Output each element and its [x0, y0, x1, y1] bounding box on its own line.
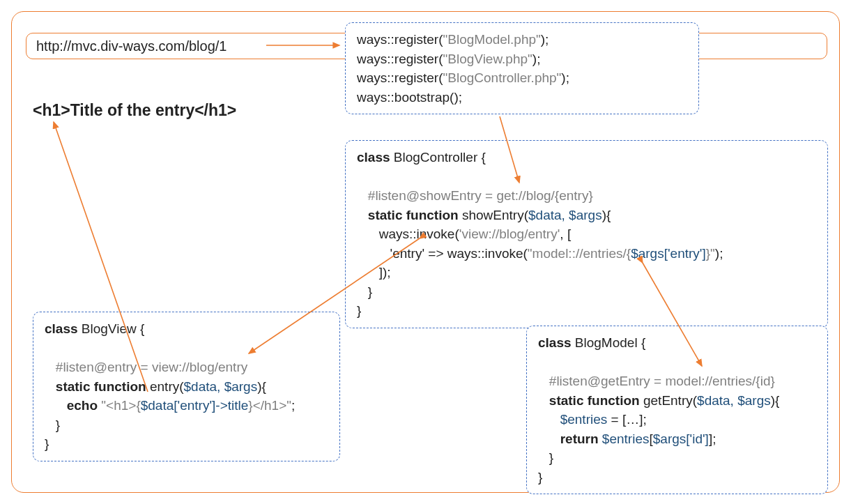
- code-var: $data['entry']->title: [141, 398, 249, 413]
- code-var: $data, $args: [697, 393, 771, 408]
- code-string: "BlogView.php": [443, 52, 532, 66]
- code-string: "BlogModel.php": [443, 32, 541, 47]
- code-text: }: [538, 450, 553, 465]
- code-text: );: [541, 32, 549, 47]
- code-text: showEntry(: [459, 208, 528, 222]
- code-text: ];: [709, 432, 716, 446]
- code-var: $args['entry']: [631, 246, 706, 261]
- code-text: ){: [257, 379, 266, 394]
- rendered-heading: <h1>Title of the entry</h1>: [33, 101, 236, 120]
- code-text: }: [357, 284, 372, 299]
- code-var: $args['id']: [653, 432, 709, 446]
- code-var: $entries: [538, 412, 607, 427]
- view-code: class BlogView { #listen@entry = view://…: [45, 319, 328, 454]
- diagram-frame: http://mvc.div-ways.com/blog/1 <h1>Title…: [11, 11, 840, 493]
- code-text: , [: [560, 227, 571, 241]
- code-keyword: class: [45, 321, 78, 336]
- view-box: class BlogView { #listen@entry = view://…: [33, 312, 340, 461]
- code-keyword: static function: [357, 208, 459, 222]
- code-string: }</h1>": [248, 398, 291, 413]
- code-string: }": [706, 246, 715, 261]
- code-var: $data, $args: [184, 379, 258, 394]
- code-keyword: return: [538, 432, 602, 446]
- code-text: );: [715, 246, 723, 261]
- code-text: getEntry(: [640, 393, 697, 408]
- code-text: 'entry' => ways::invoke(: [357, 246, 528, 261]
- code-text: ;: [291, 398, 295, 413]
- code-text: }: [357, 303, 361, 318]
- controller-code: class BlogController { #listen@showEntry…: [357, 148, 816, 321]
- code-text: BlogController {: [390, 150, 486, 165]
- code-text: }: [45, 418, 60, 432]
- code-text: ){: [771, 393, 780, 408]
- code-text: ways::bootstrap();: [357, 90, 462, 105]
- code-comment: #listen@entry = view://blog/entry: [45, 360, 247, 374]
- model-box: class BlogModel { #listen@getEntry = mod…: [526, 326, 828, 494]
- url-text: http://mvc.div-ways.com/blog/1: [36, 38, 227, 54]
- code-text: );: [532, 52, 541, 66]
- code-string: "BlogController.php": [443, 70, 562, 85]
- code-var: $entries: [602, 432, 650, 446]
- code-text: entry(: [146, 379, 184, 394]
- code-text: }: [45, 436, 49, 451]
- code-string: 'view://blog/entry': [459, 227, 560, 241]
- code-keyword: class: [538, 335, 572, 350]
- register-code: ways::register("BlogModel.php"); ways::r…: [357, 30, 687, 107]
- code-keyword: echo: [45, 398, 101, 413]
- code-text: ]);: [357, 265, 391, 280]
- code-string: "<h1>{: [101, 398, 140, 413]
- code-text: BlogView {: [78, 321, 145, 336]
- code-var: $data, $args: [528, 208, 602, 222]
- code-text: );: [561, 70, 569, 85]
- code-text: BlogModel {: [572, 335, 646, 350]
- code-string: "model:://entries/{: [528, 246, 631, 261]
- code-comment: #listen@getEntry = model://entries/{id}: [538, 374, 775, 388]
- code-keyword: class: [357, 150, 390, 165]
- code-text: ways::invoke(: [357, 227, 459, 241]
- code-keyword: static function: [538, 393, 640, 408]
- code-text: = […];: [607, 412, 647, 427]
- code-text: ){: [602, 208, 611, 222]
- code-text: ways::register(: [357, 70, 443, 85]
- code-text: ways::register(: [357, 32, 443, 47]
- model-code: class BlogModel { #listen@getEntry = mod…: [538, 333, 816, 487]
- code-keyword: static function: [45, 379, 146, 394]
- code-text: ways::register(: [357, 52, 443, 66]
- code-comment: #listen@showEntry = get://blog/{entry}: [357, 188, 593, 203]
- code-text: }: [538, 470, 542, 484]
- controller-box: class BlogController { #listen@showEntry…: [345, 140, 828, 328]
- register-box: ways::register("BlogModel.php"); ways::r…: [345, 22, 699, 114]
